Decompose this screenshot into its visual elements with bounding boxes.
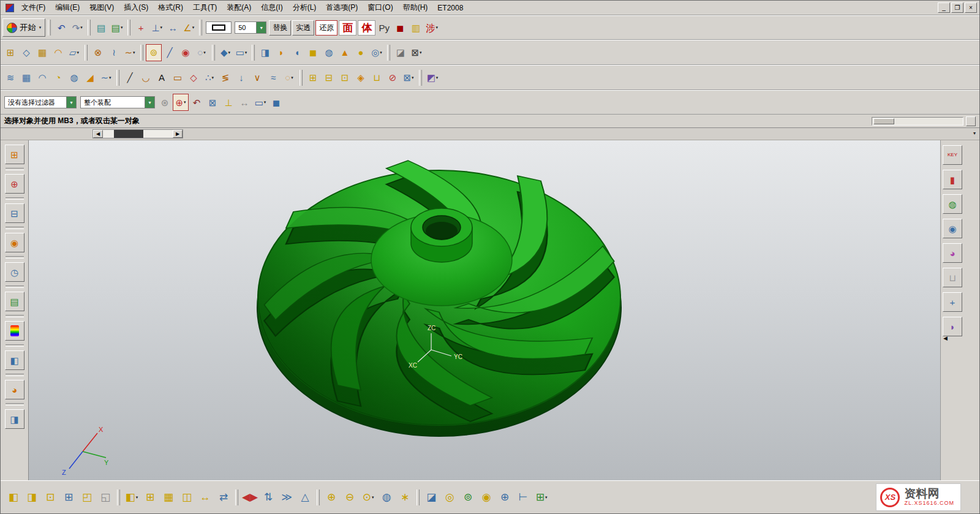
pattern-component-icon[interactable]: ▦ (159, 488, 178, 507)
body-display-button[interactable]: 体 (358, 20, 375, 36)
menu-information[interactable]: 信息(I) (256, 1, 287, 15)
status-scroll-thumb[interactable] (873, 118, 894, 124)
minimize-button[interactable]: _ (938, 2, 950, 13)
assembly-navigator-icon[interactable]: ⊞ (5, 145, 24, 164)
green-part-icon[interactable]: ◍ (943, 194, 962, 214)
misc-assembly-icon[interactable]: ⊞▾ (532, 488, 551, 507)
swept-icon[interactable]: ◔ (50, 69, 66, 86)
wireframe-cube-icon[interactable]: ⊠ (205, 94, 221, 111)
copy-face-icon[interactable]: ⊠▾ (401, 69, 417, 86)
cone-icon[interactable]: ▲ (337, 44, 353, 61)
through-curve-mesh-icon[interactable]: ▦ (18, 69, 34, 86)
intersection-curve-icon[interactable]: ⊗ (90, 44, 106, 61)
gear-pair-icon[interactable]: ⊛ (157, 94, 173, 111)
reuse-library-icon[interactable]: ◉ (5, 233, 24, 252)
linked-curve-icon[interactable]: ⊚ (146, 44, 162, 61)
line-icon[interactable]: ╱ (162, 44, 178, 61)
she-button[interactable]: 涉▾ (424, 19, 440, 36)
delete-face-icon[interactable]: ⊘ (385, 69, 401, 86)
section-surface-icon[interactable]: ∼▾ (98, 69, 114, 86)
hole-icon[interactable]: ◎▾ (369, 44, 385, 61)
replace-component-icon[interactable]: ⇄ (214, 488, 233, 507)
studio-surface-icon[interactable]: ◠ (34, 69, 50, 86)
move-component-icon[interactable]: ↔ (196, 488, 214, 507)
constraint-navigator-icon[interactable]: ⊕ (5, 174, 24, 194)
status-grip[interactable] (966, 116, 976, 126)
block-icon[interactable]: ◼ (305, 44, 321, 61)
snap-point-icon[interactable]: + (133, 19, 149, 36)
purple-part-icon[interactable]: ◗ (943, 317, 962, 336)
add-component-icon[interactable]: ⊞ (59, 488, 78, 507)
line-tool-icon[interactable]: ╱ (122, 69, 138, 86)
impeller-model[interactable]: ZC YC XC (244, 146, 636, 440)
materials-icon[interactable]: ◧ (5, 350, 24, 370)
menu-format[interactable]: 格式(R) (153, 1, 188, 15)
patch-body-icon[interactable]: ⊡ (337, 69, 353, 86)
notebook-icon[interactable]: ▤ (5, 292, 24, 311)
sheet-icon[interactable]: ▥ (408, 19, 424, 36)
thicken-icon[interactable]: ⊔ (369, 69, 385, 86)
selection-filter-combo[interactable]: 没有选择过滤器 ▾ (4, 96, 77, 108)
revolve-icon[interactable]: ◗ (273, 44, 289, 61)
layer-spinner[interactable]: 50 ▾ (235, 21, 266, 34)
circle-icon[interactable]: ◉ (178, 44, 194, 61)
scroll-thumb[interactable] (114, 130, 143, 138)
layer-settings-icon[interactable]: ▤▾ (109, 19, 125, 36)
red-block-icon[interactable]: ◼ (392, 19, 408, 36)
assembly-info-icon[interactable]: ⊕ (496, 488, 514, 507)
point-set-icon[interactable]: ∴▾ (202, 69, 217, 86)
filter-x-icon[interactable]: ⊠▾ (409, 44, 424, 61)
translucent-button[interactable]: 实透 (292, 20, 314, 36)
arc-icon[interactable]: ◌▾ (194, 44, 209, 61)
menu-view[interactable]: 视图(V) (85, 1, 119, 15)
blue-part-icon[interactable]: ◉ (943, 219, 962, 238)
restore-button[interactable]: ❐ (951, 2, 963, 13)
menu-edit[interactable]: 编辑(E) (50, 1, 85, 15)
new-parent-icon[interactable]: ◧▾ (123, 488, 141, 507)
strip-options-icon[interactable]: ▾ (973, 130, 976, 136)
constraint-report-icon[interactable]: ⊢ (514, 488, 532, 507)
replace-button[interactable]: 替换 (269, 20, 291, 36)
redo-icon[interactable]: ↷▾ (69, 19, 85, 36)
line-style-dropdown[interactable] (206, 21, 232, 34)
mesh-surface-icon[interactable]: ▦ (34, 44, 50, 61)
palette-icon[interactable]: ▮ (5, 321, 24, 341)
project-curve-icon[interactable]: ↓ (233, 69, 249, 86)
extract-geometry-icon[interactable]: ⊞ (305, 69, 321, 86)
wrap-curve-icon[interactable]: ≈ (265, 69, 281, 86)
scroll-right-icon[interactable]: ▶ (173, 130, 183, 138)
scroll-track[interactable] (103, 130, 173, 138)
weight-management-icon[interactable]: ◉ (477, 488, 496, 507)
menu-analysis[interactable]: 分析(L) (288, 1, 322, 15)
pattern-feature-icon[interactable]: ⊞ (2, 44, 18, 61)
undo-icon[interactable]: ↶ (53, 19, 69, 36)
measure-angle-icon[interactable]: ∠▾ (181, 19, 197, 36)
copy-icon[interactable]: Py (376, 19, 392, 36)
close-button[interactable]: × (965, 2, 977, 13)
menu-insert[interactable]: 插入(S) (119, 1, 153, 15)
measure-distance-icon[interactable]: ↔ (165, 19, 181, 36)
mirror-assembly-icon[interactable]: ◫ (178, 488, 196, 507)
restore-button[interactable]: 还原 (315, 20, 337, 36)
mate-component-icon[interactable]: ◀▶ (241, 488, 259, 507)
sequence-icon[interactable]: ≫ (277, 488, 296, 507)
menu-file[interactable]: 文件(F) (17, 1, 50, 15)
polygon-icon[interactable]: ◇ (186, 69, 202, 86)
revolved-surface-icon[interactable]: ◠ (50, 44, 66, 61)
work-layer-icon[interactable]: ▤ (93, 19, 109, 36)
menu-window[interactable]: 窗口(O) (363, 1, 398, 15)
cup-icon[interactable]: ⊔ (943, 268, 962, 287)
section-curve-icon[interactable]: ≀ (106, 44, 122, 61)
unite-icon[interactable]: ◆▾ (217, 44, 233, 61)
combo-arrow-icon[interactable]: ▾ (145, 97, 154, 108)
combo-arrow-icon[interactable]: ▾ (256, 22, 266, 33)
extrude-icon[interactable]: ◨ (257, 44, 273, 61)
assembly-cut-icon[interactable]: ◪ (422, 488, 440, 507)
rectangle-select-icon[interactable]: ▭▾ (252, 94, 268, 111)
color-sphere-icon[interactable]: ◕ (943, 243, 962, 263)
component-from-template-icon[interactable]: ⊡ (41, 488, 59, 507)
arc-tool-icon[interactable]: ◡ (138, 69, 154, 86)
offset-curve-icon[interactable]: ≶ (217, 69, 233, 86)
new-component-icon[interactable]: ◰ (78, 488, 96, 507)
datum-plane-icon[interactable]: ◇ (18, 44, 34, 61)
